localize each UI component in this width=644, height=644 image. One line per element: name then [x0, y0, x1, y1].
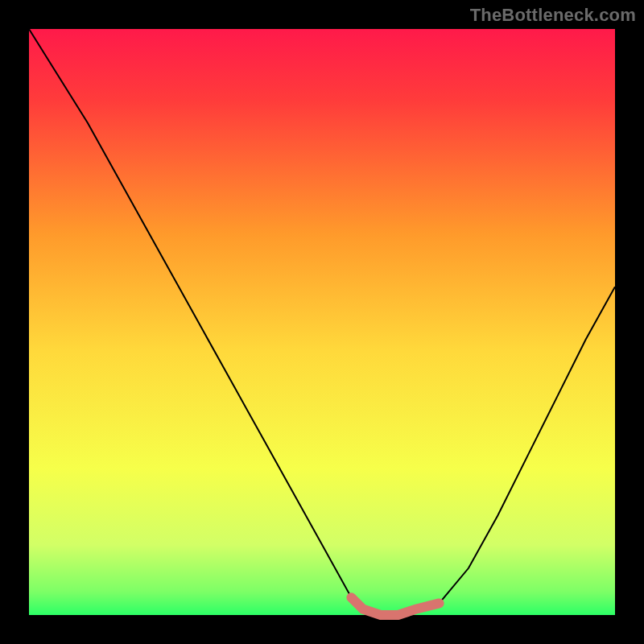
plot-area	[29, 29, 615, 615]
chart-root: TheBottleneck.com	[0, 0, 644, 644]
watermark-text: TheBottleneck.com	[470, 5, 636, 26]
chart-svg	[0, 0, 644, 644]
